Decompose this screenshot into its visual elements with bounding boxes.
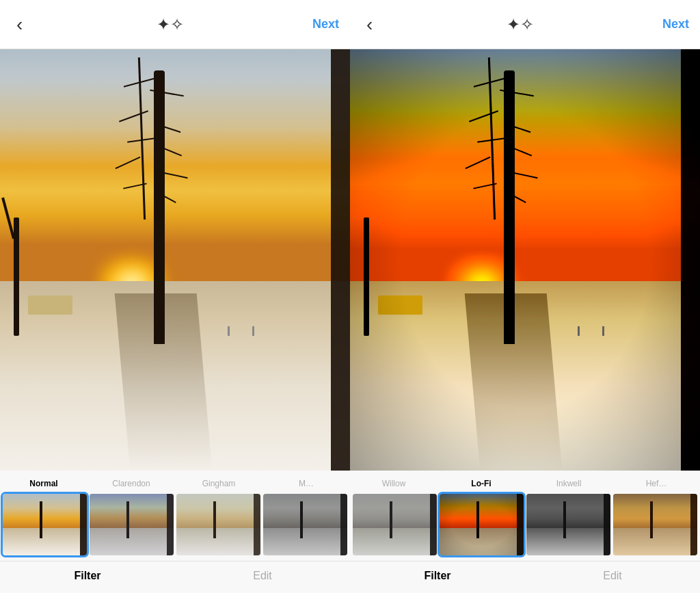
tab-filter-right[interactable]: Filter (350, 570, 525, 582)
filter-label-lofi[interactable]: Lo-Fi (438, 479, 525, 488)
next-button-left[interactable]: Next (312, 17, 339, 31)
tabs-right: Filter Edit (350, 561, 700, 593)
thumb-lofi[interactable] (440, 494, 524, 555)
back-button-left[interactable]: ‹ (11, 10, 28, 40)
filter-label-moon[interactable]: M… (262, 479, 350, 488)
header-right: ‹ ✦✧ Next (350, 0, 700, 49)
tabs-left: Filter Edit (0, 561, 350, 593)
wand-icon-left[interactable]: ✦✧ (157, 15, 184, 34)
tab-edit-left[interactable]: Edit (175, 570, 350, 582)
filter-label-normal[interactable]: Normal (0, 479, 88, 488)
filter-label-gingham[interactable]: Gingham (175, 479, 262, 488)
back-button-right[interactable]: ‹ (361, 10, 378, 40)
thumb-hefe[interactable] (613, 494, 697, 555)
photo-area-right (350, 49, 700, 471)
thumb-inkwell[interactable] (526, 494, 610, 555)
photo-left (0, 49, 350, 471)
thumb-clarendon[interactable] (90, 494, 174, 555)
filter-label-clarendon[interactable]: Clarendon (88, 479, 175, 488)
filter-labels-right: Willow Lo-Fi Inkwell Hef… (350, 471, 700, 494)
filter-thumbnails-left (0, 494, 350, 561)
photo-right (350, 49, 700, 471)
tab-filter-left[interactable]: Filter (0, 570, 175, 582)
photo-area-left (0, 49, 350, 471)
panel-right: ‹ ✦✧ Next (350, 0, 700, 593)
bottom-ui-left: Normal Clarendon Gingham M… (0, 471, 350, 593)
filter-labels-left: Normal Clarendon Gingham M… (0, 471, 350, 494)
wand-icon-right[interactable]: ✦✧ (507, 15, 534, 34)
bottom-ui-right: Willow Lo-Fi Inkwell Hef… (350, 471, 700, 593)
filter-label-hefe[interactable]: Hef… (612, 479, 700, 488)
filter-thumbnails-right (350, 494, 700, 561)
thumb-normal[interactable] (3, 494, 87, 555)
header-left: ‹ ✦✧ Next (0, 0, 350, 49)
thumb-gingham[interactable] (176, 494, 260, 555)
next-button-right[interactable]: Next (662, 17, 689, 31)
panel-left: ‹ ✦✧ Next (0, 0, 350, 593)
thumb-moon[interactable] (263, 494, 347, 555)
filter-label-inkwell[interactable]: Inkwell (525, 479, 612, 488)
thumb-willow[interactable] (353, 494, 437, 555)
tab-edit-right[interactable]: Edit (525, 570, 700, 582)
filter-label-willow[interactable]: Willow (350, 479, 438, 488)
